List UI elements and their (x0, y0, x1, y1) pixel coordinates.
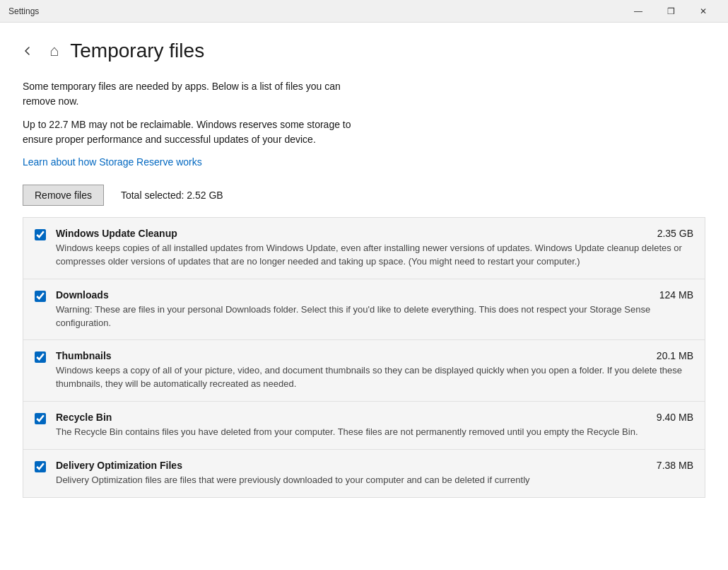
checkbox-wrapper-1 (35, 291, 46, 305)
window-controls: — ❒ ✕ (622, 0, 720, 23)
file-info-1: Downloads 124 MB Warning: These are file… (56, 289, 693, 330)
total-selected-label: Total selected: 2.52 GB (121, 190, 223, 201)
file-name-0: Windows Update Cleanup (56, 228, 177, 239)
file-size-4: 7.38 MB (657, 460, 693, 471)
file-header-0: Windows Update Cleanup 2.35 GB (56, 228, 693, 239)
file-desc-2: Windows keeps a copy of all of your pict… (56, 364, 693, 391)
minimize-button[interactable]: — (622, 0, 654, 23)
action-row: Remove files Total selected: 2.52 GB (23, 185, 705, 206)
file-size-1: 124 MB (659, 289, 693, 301)
title-bar: Settings — ❒ ✕ (0, 0, 728, 23)
file-checkbox-0[interactable] (35, 229, 46, 240)
file-name-1: Downloads (56, 289, 109, 301)
file-desc-0: Windows keeps copies of all installed up… (56, 242, 693, 269)
learn-link[interactable]: Learn about how Storage Reserve works (23, 156, 202, 168)
file-header-4: Delivery Optimization Files 7.38 MB (56, 460, 693, 471)
file-item: Downloads 124 MB Warning: These are file… (23, 279, 705, 341)
file-item: Recycle Bin 9.40 MB The Recycle Bin cont… (23, 402, 705, 450)
file-size-3: 9.40 MB (657, 412, 693, 423)
checkbox-wrapper-3 (35, 413, 46, 427)
home-icon: ⌂ (49, 42, 59, 60)
content-area: ⌂ Temporary files Some temporary files a… (0, 23, 728, 570)
file-name-4: Delivery Optimization Files (56, 460, 182, 471)
checkbox-wrapper-2 (35, 351, 46, 366)
file-header-3: Recycle Bin 9.40 MB (56, 412, 693, 423)
checkbox-wrapper-4 (35, 461, 46, 475)
file-item: Windows Update Cleanup 2.35 GB Windows k… (23, 218, 705, 279)
file-checkbox-4[interactable] (35, 461, 46, 472)
file-item: Delivery Optimization Files 7.38 MB Deli… (23, 450, 705, 497)
file-header-2: Thumbnails 20.1 MB (56, 350, 693, 361)
window-title: Settings (8, 6, 622, 16)
back-button[interactable] (23, 46, 38, 56)
remove-files-button[interactable]: Remove files (23, 185, 104, 206)
file-name-2: Thumbnails (56, 350, 112, 361)
file-checkbox-2[interactable] (35, 351, 46, 363)
page-header: ⌂ Temporary files (23, 40, 705, 62)
description-2: Up to 22.7 MB may not be reclaimable. Wi… (23, 117, 369, 147)
file-desc-4: Delivery Optimization files are files th… (56, 474, 693, 487)
file-size-2: 20.1 MB (657, 350, 693, 361)
description-1: Some temporary files are needed by apps.… (23, 79, 369, 109)
close-button[interactable]: ✕ (687, 0, 720, 23)
page-title: Temporary files (70, 40, 204, 62)
file-info-2: Thumbnails 20.1 MB Windows keeps a copy … (56, 350, 693, 391)
file-item: Thumbnails 20.1 MB Windows keeps a copy … (23, 340, 705, 402)
file-checkbox-3[interactable] (35, 413, 46, 424)
file-list: Windows Update Cleanup 2.35 GB Windows k… (23, 217, 705, 498)
checkbox-wrapper-0 (35, 229, 46, 243)
file-size-0: 2.35 GB (657, 228, 693, 239)
file-checkbox-1[interactable] (35, 291, 46, 302)
file-desc-3: The Recycle Bin contains files you have … (56, 426, 693, 439)
file-name-3: Recycle Bin (56, 412, 112, 423)
file-desc-1: Warning: These are files in your persona… (56, 303, 693, 330)
file-header-1: Downloads 124 MB (56, 289, 693, 301)
file-info-3: Recycle Bin 9.40 MB The Recycle Bin cont… (56, 412, 693, 439)
main-area: ⌂ Temporary files Some temporary files a… (0, 23, 728, 570)
file-info-4: Delivery Optimization Files 7.38 MB Deli… (56, 460, 693, 487)
maximize-button[interactable]: ❒ (654, 0, 687, 23)
file-info-0: Windows Update Cleanup 2.35 GB Windows k… (56, 228, 693, 269)
